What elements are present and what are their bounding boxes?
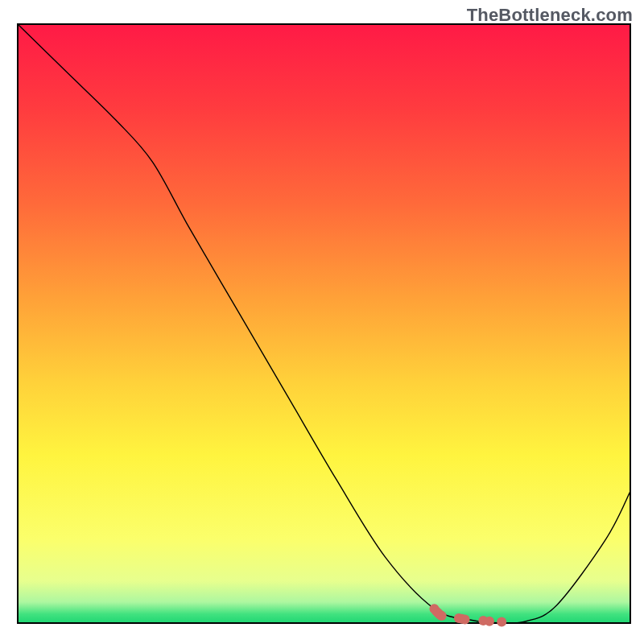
chart-stage: TheBottleneck.com	[0, 0, 644, 644]
highlight-dot	[437, 611, 447, 621]
highlight-dot	[460, 615, 470, 625]
highlight-dot	[485, 617, 494, 626]
bottleneck-chart	[0, 0, 644, 644]
highlight-dot	[497, 617, 506, 627]
watermark-text: TheBottleneck.com	[467, 5, 633, 26]
